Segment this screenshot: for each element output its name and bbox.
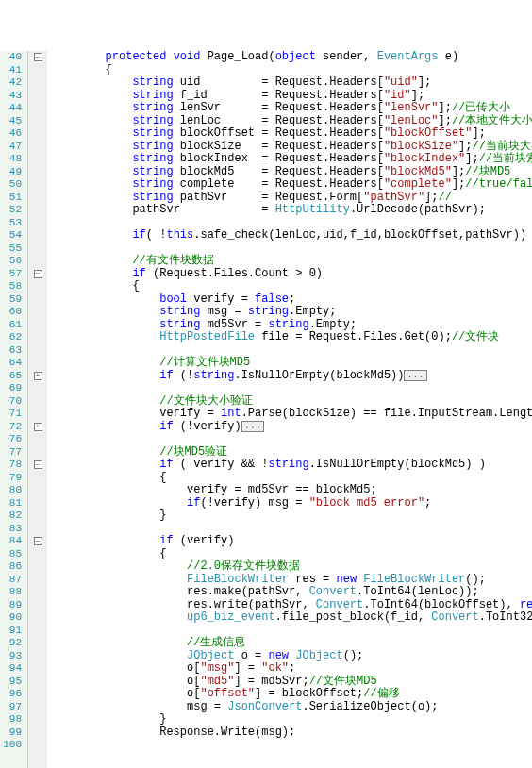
code-line[interactable]: string blockOffset = Request.Headers["bl… [51, 127, 532, 141]
line-number: 43 [0, 90, 22, 103]
code-line[interactable]: res.make(pathSvr, Convert.ToInt64(lenLoc… [51, 586, 532, 599]
line-number: 46 [0, 127, 22, 141]
line-number: 48 [0, 153, 22, 166]
code-line[interactable]: verify = int.Parse(blockSize) == file.In… [51, 408, 532, 421]
code-line[interactable]: string complete = Request.Headers["compl… [51, 178, 532, 192]
code-line[interactable]: } [51, 713, 532, 726]
line-number: 50 [0, 178, 22, 192]
code-line[interactable] [51, 242, 532, 256]
code-line[interactable]: string msg = string.Empty; [51, 306, 532, 319]
fold-collapse-icon[interactable]: − [34, 53, 42, 61]
line-number: 71 [0, 408, 22, 421]
code-line[interactable]: string blockSize = Request.Headers["bloc… [51, 141, 532, 154]
code-line[interactable] [51, 523, 532, 536]
code-line[interactable]: if (!verify)... [51, 421, 532, 434]
line-number: 70 [0, 395, 22, 409]
fold-collapse-icon[interactable]: − [34, 537, 42, 545]
code-line[interactable]: res.write(pathSvr, Convert.ToInt64(block… [51, 599, 532, 612]
line-number: 45 [0, 115, 22, 128]
code-line[interactable]: string lenLoc = Request.Headers["lenLoc"… [51, 115, 532, 128]
code-line[interactable]: up6_biz_event.file_post_block(f_id, Conv… [51, 611, 532, 625]
line-number: 53 [0, 217, 22, 230]
code-line[interactable]: { [51, 472, 532, 485]
code-line[interactable]: string lenSvr = Request.Headers["lenSvr"… [51, 102, 532, 115]
fold-expand-icon[interactable]: + [34, 372, 42, 380]
line-number: 97 [0, 701, 22, 714]
code-line[interactable]: if( !this.safe_check(lenLoc,uid,f_id,blo… [51, 229, 532, 242]
code-line[interactable]: { [51, 64, 532, 77]
code-line[interactable] [51, 344, 532, 358]
fold-gutter: −−++−− [28, 51, 47, 768]
code-line[interactable]: if(!verify) msg = "block md5 error"; [51, 497, 532, 510]
code-line[interactable]: { [51, 280, 532, 293]
code-area[interactable]: protected void Page_Load(object sender, … [47, 51, 532, 768]
line-number: 80 [0, 484, 22, 497]
code-line[interactable]: FileBlockWriter res = new FileBlockWrite… [51, 574, 532, 587]
code-line[interactable]: string blockMd5 = Request.Headers["block… [51, 166, 532, 179]
line-number: 63 [0, 344, 22, 358]
line-number: 61 [0, 319, 22, 332]
code-line[interactable]: o["offset"] = blockOffset;//偏移 [51, 688, 532, 701]
line-number: 98 [0, 713, 22, 726]
line-number: 78 [0, 459, 22, 472]
line-number: 54 [0, 229, 22, 242]
code-line[interactable]: HttpPostedFile file = Request.Files.Get(… [51, 331, 532, 344]
code-line[interactable]: string f_id = Request.Headers["id"]; [51, 90, 532, 103]
line-number: 91 [0, 625, 22, 638]
line-number: 51 [0, 192, 22, 205]
line-number: 60 [0, 306, 22, 319]
code-line[interactable] [51, 217, 532, 230]
code-line[interactable]: o["md5"] = md5Svr;//文件块MD5 [51, 676, 532, 689]
code-line[interactable]: Response.Write(msg); [51, 726, 532, 740]
code-line[interactable] [51, 739, 532, 752]
line-number: 83 [0, 523, 22, 536]
line-number: 44 [0, 102, 22, 115]
line-number: 65 [0, 370, 22, 383]
code-line[interactable]: //有文件块数据 [51, 255, 532, 268]
line-number: 69 [0, 382, 22, 395]
line-number: 84 [0, 535, 22, 548]
code-line[interactable]: //文件块大小验证 [51, 395, 532, 409]
fold-collapse-icon[interactable]: − [34, 270, 42, 278]
code-line[interactable]: pathSvr = HttpUtility.UrlDecode(pathSvr)… [51, 204, 532, 217]
code-line[interactable] [51, 382, 532, 395]
code-line[interactable]: JObject o = new JObject(); [51, 650, 532, 663]
line-number: 92 [0, 637, 22, 650]
code-editor: 4041424344454647484950515253545556575859… [0, 51, 532, 768]
code-line[interactable]: protected void Page_Load(object sender, … [51, 51, 532, 64]
code-line[interactable]: bool verify = false; [51, 293, 532, 307]
collapsed-region-icon[interactable]: ... [241, 421, 264, 432]
line-number: 95 [0, 676, 22, 689]
code-line[interactable]: string pathSvr = Request.Form["pathSvr"]… [51, 192, 532, 205]
fold-collapse-icon[interactable]: − [34, 460, 42, 469]
line-number: 81 [0, 497, 22, 510]
line-number: 52 [0, 204, 22, 217]
code-line[interactable]: if (verify) [51, 535, 532, 548]
code-line[interactable]: if (Request.Files.Count > 0) [51, 268, 532, 281]
code-line[interactable] [51, 433, 532, 446]
code-line[interactable]: if ( verify && !string.IsNullOrEmpty(blo… [51, 459, 532, 472]
line-number: 88 [0, 586, 22, 599]
line-number: 40 [0, 51, 22, 64]
line-number: 77 [0, 446, 22, 459]
code-line[interactable]: verify = md5Svr == blockMd5; [51, 484, 532, 497]
line-number: 57 [0, 268, 22, 281]
code-line[interactable] [51, 625, 532, 638]
code-line[interactable]: //生成信息 [51, 637, 532, 650]
code-line[interactable]: string blockIndex = Request.Headers["blo… [51, 153, 532, 166]
code-line[interactable]: string uid = Request.Headers["uid"]; [51, 76, 532, 90]
code-line[interactable]: //块MD5验证 [51, 446, 532, 459]
collapsed-region-icon[interactable]: ... [404, 370, 426, 381]
line-number: 86 [0, 560, 22, 574]
code-line[interactable]: string md5Svr = string.Empty; [51, 319, 532, 332]
code-line[interactable]: if (!string.IsNullOrEmpty(blockMd5))... [51, 370, 532, 383]
fold-expand-icon[interactable]: + [34, 423, 42, 431]
code-line[interactable]: { [51, 548, 532, 561]
code-line[interactable]: //2.0保存文件块数据 [51, 560, 532, 574]
code-line[interactable]: } [51, 509, 532, 523]
code-line[interactable]: //计算文件块MD5 [51, 357, 532, 370]
line-number: 72 [0, 421, 22, 434]
code-line[interactable]: o["msg"] = "ok"; [51, 662, 532, 676]
code-line[interactable]: msg = JsonConvert.SerializeObject(o); [51, 701, 532, 714]
line-number: 64 [0, 357, 22, 370]
